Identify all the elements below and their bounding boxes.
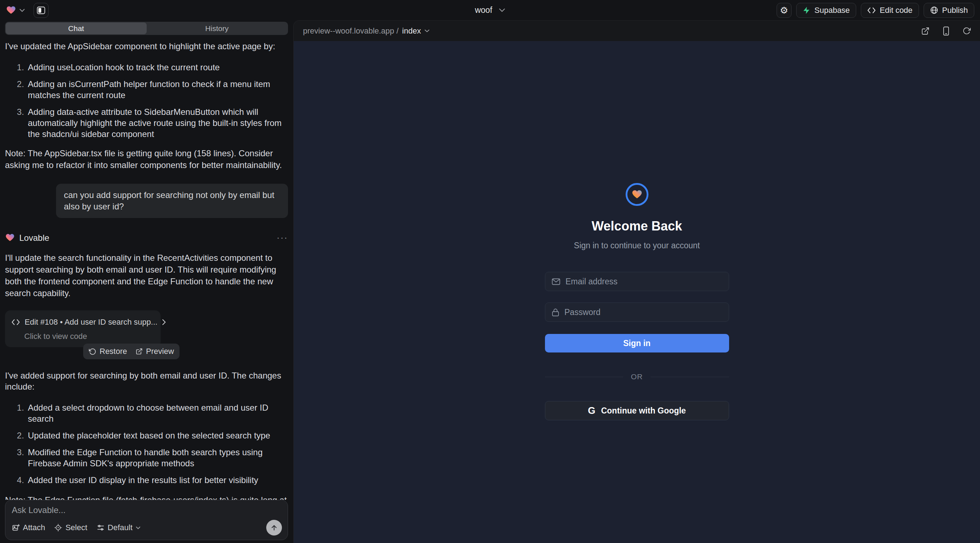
assistant-note-text: Note: The Edge Function file (fetch-fire… xyxy=(5,494,288,500)
edit-code-button[interactable]: Edit code xyxy=(861,3,919,18)
supabase-button[interactable]: Supabase xyxy=(796,3,856,18)
lovable-app-window: woof ⚙ Supabase Edit code xyxy=(0,0,980,543)
preview-label: Preview xyxy=(146,347,174,356)
preview-url-page: index xyxy=(402,26,421,36)
select-label: Select xyxy=(65,523,87,532)
attach-label: Attach xyxy=(23,523,45,532)
email-field[interactable] xyxy=(566,277,722,286)
page-title: Welcome Back xyxy=(592,219,682,234)
default-label: Default xyxy=(108,523,133,532)
app-heart-icon xyxy=(631,189,643,200)
select-button[interactable]: Select xyxy=(54,523,87,532)
publish-label: Publish xyxy=(942,6,968,15)
divider-label: OR xyxy=(631,373,643,381)
lovable-heart-icon xyxy=(6,6,16,15)
tab-history[interactable]: History xyxy=(147,22,288,34)
continue-with-google-button[interactable]: G Continue with Google xyxy=(545,401,729,420)
sign-in-button[interactable]: Sign in xyxy=(545,334,729,352)
list-item: Modified the Edge Function to handle bot… xyxy=(26,447,288,469)
list-item: Adding useLocation hook to track the cur… xyxy=(26,62,288,73)
assistant-message-text: I've added support for searching by both… xyxy=(5,370,288,392)
signin-card: Welcome Back Sign in to continue to your… xyxy=(545,41,729,543)
assistant-message-list: Adding useLocation hook to track the cur… xyxy=(5,62,288,140)
envelope-icon xyxy=(552,278,560,285)
message-more-button[interactable]: ··· xyxy=(277,232,288,243)
edit-code-label: Edit code xyxy=(880,6,913,15)
preview-url-bar: preview--woof.lovable.app / index xyxy=(294,21,980,41)
or-divider: OR xyxy=(545,373,729,381)
password-field[interactable] xyxy=(565,308,722,317)
list-item: Adding data-active attribute to SidebarM… xyxy=(26,106,288,140)
restore-preview-pill: Restore Preview xyxy=(83,344,180,359)
sidebar-toggle-button[interactable] xyxy=(33,3,49,18)
preview-panel: preview--woof.lovable.app / index xyxy=(293,20,980,543)
restore-label: Restore xyxy=(100,347,127,356)
chevron-right-icon xyxy=(162,319,166,325)
chat-message-list[interactable]: I've updated the AppSidebar component to… xyxy=(5,35,288,500)
lovable-avatar-icon xyxy=(5,233,15,242)
divider-line xyxy=(545,377,623,377)
chevron-down-icon xyxy=(499,8,505,12)
code-icon xyxy=(867,7,876,14)
chat-panel: Chat History I've updated the AppSidebar… xyxy=(0,20,293,543)
globe-icon xyxy=(930,6,938,14)
attach-button[interactable]: Attach xyxy=(12,523,45,532)
preview-iframe: Welcome Back Sign in to continue to your… xyxy=(294,41,980,543)
open-in-new-tab-button[interactable] xyxy=(921,27,930,35)
smartphone-icon xyxy=(943,26,950,36)
preview-controls xyxy=(921,26,971,36)
restore-icon xyxy=(89,348,96,355)
chevron-down-icon xyxy=(19,9,25,12)
list-item: Adding an isCurrentPath helper function … xyxy=(26,78,288,101)
model-default-button[interactable]: Default xyxy=(97,523,141,532)
preview-button[interactable]: Preview xyxy=(135,347,174,356)
publish-button[interactable]: Publish xyxy=(924,3,974,18)
google-g-icon: G xyxy=(588,406,595,416)
refresh-button[interactable] xyxy=(963,27,971,35)
composer-toolbar: Attach Select xyxy=(12,520,282,535)
sliders-icon xyxy=(97,524,105,532)
settings-button[interactable]: ⚙ xyxy=(776,3,792,18)
main-layout: Chat History I've updated the AppSidebar… xyxy=(0,20,980,543)
list-item: Added a select dropdown to choose betwee… xyxy=(26,402,288,424)
assistant-header: Lovable ··· xyxy=(5,232,288,243)
edit-card-header: Edit #108 • Add user ID search supp... xyxy=(11,316,154,327)
list-item: Added the user ID display in the results… xyxy=(26,475,288,486)
email-field-wrap xyxy=(545,272,729,291)
preview-url-selector[interactable]: preview--woof.lovable.app / index xyxy=(303,26,430,36)
code-icon xyxy=(11,319,20,325)
chevron-down-icon xyxy=(424,29,430,32)
assistant-message-text: I'll update the search functionality in … xyxy=(5,252,288,299)
project-name: woof xyxy=(475,5,493,15)
chat-input[interactable] xyxy=(12,505,282,515)
page-subtitle: Sign in to continue to your account xyxy=(574,241,700,251)
assistant-name: Lovable xyxy=(19,232,49,243)
arrow-up-icon xyxy=(270,524,278,531)
send-button[interactable] xyxy=(266,520,282,535)
lovable-logo-menu[interactable] xyxy=(6,6,25,15)
assistant-message-list: Added a select dropdown to choose betwee… xyxy=(5,402,288,486)
user-message-row: can you add support for searching not on… xyxy=(5,184,288,218)
edit-code-card[interactable]: Edit #108 • Add user ID search supp... C… xyxy=(5,310,161,347)
restore-button[interactable]: Restore xyxy=(89,347,127,356)
sidebar-toggle-icon xyxy=(37,6,45,14)
mobile-view-button[interactable] xyxy=(943,26,950,36)
preview-url-prefix: preview--woof.lovable.app / xyxy=(303,26,399,36)
edit-card-title: Edit #108 • Add user ID search supp... xyxy=(25,316,158,327)
project-switcher[interactable]: woof xyxy=(475,0,505,20)
google-label: Continue with Google xyxy=(601,406,686,416)
composer: Attach Select xyxy=(5,500,288,540)
tab-chat[interactable]: Chat xyxy=(6,22,147,34)
external-link-icon xyxy=(921,27,930,35)
topbar-left xyxy=(6,3,49,18)
external-link-icon xyxy=(135,348,143,355)
chevron-down-icon xyxy=(135,526,141,529)
list-item: Updated the placeholder text based on th… xyxy=(26,430,288,441)
user-message-bubble: can you add support for searching not on… xyxy=(56,184,288,218)
chat-history-tabs: Chat History xyxy=(5,22,288,35)
divider-line xyxy=(651,377,729,377)
refresh-icon xyxy=(963,27,971,35)
app-logo-ring xyxy=(625,183,649,206)
password-field-wrap xyxy=(545,303,729,322)
supabase-bolt-icon xyxy=(803,6,810,14)
